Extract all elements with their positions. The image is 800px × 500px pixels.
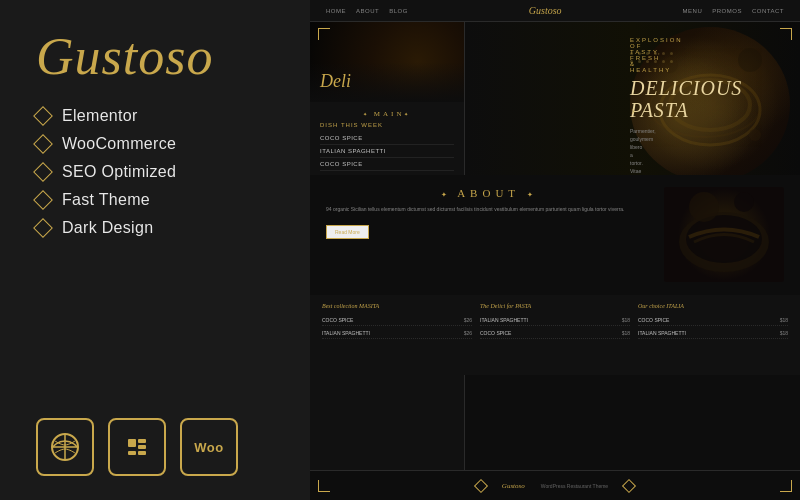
diamond-icon bbox=[33, 106, 53, 126]
about-image bbox=[664, 187, 784, 282]
menu-item: Coco Spice $18 bbox=[480, 328, 630, 339]
list-item: COCO SPICE bbox=[320, 132, 454, 145]
main-section-title: MAIN bbox=[320, 110, 454, 118]
diamond-icon bbox=[33, 134, 53, 154]
diamond-icon bbox=[33, 162, 53, 182]
preview-hero: explosion of tasty, fresh & healthy DELI… bbox=[465, 22, 800, 197]
about-food-photo bbox=[664, 187, 784, 282]
menu-item: Italian Spaghetti $18 bbox=[638, 328, 788, 339]
woocommerce-badge[interactable]: Woo bbox=[180, 418, 238, 476]
nav-left-links: HOME ABOUT BLOG bbox=[326, 8, 408, 14]
nav-contact: CONTACT bbox=[752, 8, 784, 14]
nav-blog: BLOG bbox=[389, 8, 408, 14]
about-text: ✦ ABOUT ✦ 94 organic Sicilian tellus ele… bbox=[326, 187, 652, 283]
menu-pasta-title: The Delici for PASTA bbox=[480, 303, 630, 309]
diamond-icon bbox=[33, 190, 53, 210]
brand-title: Gustoso bbox=[36, 28, 278, 85]
menu-item: Italian Spaghetti $18 bbox=[480, 315, 630, 326]
list-item: COCO SPICE bbox=[320, 158, 454, 171]
elementor-badge[interactable] bbox=[108, 418, 166, 476]
svg-point-10 bbox=[734, 192, 754, 212]
svg-point-6 bbox=[749, 129, 761, 141]
diamond-icon bbox=[33, 218, 53, 238]
about-description: 94 organic Sicilian tellus elementum dic… bbox=[326, 205, 652, 214]
nav-menu: MENU bbox=[683, 8, 703, 14]
feature-seo: SEO Optimized bbox=[36, 163, 278, 181]
mini-deli-text: Deli bbox=[320, 71, 351, 92]
about-title: ✦ ABOUT ✦ bbox=[326, 187, 652, 199]
left-panel: Gustoso Elementor WooCommerce SEO Optimi… bbox=[0, 0, 310, 500]
bottom-diamond-left bbox=[474, 478, 488, 492]
corner-bl-decoration bbox=[318, 472, 338, 492]
menu-item: Italian Spaghetti $26 bbox=[322, 328, 472, 339]
menu-col-masita: Best collection MASITA Coco Spice $26 It… bbox=[322, 303, 472, 367]
nav-promos: PROMOS bbox=[712, 8, 742, 14]
bottom-logo: Gustoso bbox=[502, 482, 525, 490]
nav-home: HOME bbox=[326, 8, 346, 14]
preview-nav: HOME ABOUT BLOG Gustoso MENU PROMOS CONT… bbox=[310, 0, 800, 22]
nav-logo: Gustoso bbox=[529, 5, 562, 16]
corner-tr-decoration bbox=[772, 28, 792, 48]
corner-tl-decoration bbox=[318, 28, 338, 48]
menu-section: Best collection MASITA Coco Spice $26 It… bbox=[310, 295, 800, 375]
bottom-diamond-right bbox=[622, 478, 636, 492]
read-more-button[interactable]: Read More bbox=[326, 225, 369, 239]
menu-col-italia: Our choice ITALIA Coco Spice $18 Italian… bbox=[638, 303, 788, 367]
feature-dark: Dark Design bbox=[36, 219, 278, 237]
feature-woocommerce: WooCommerce bbox=[36, 135, 278, 153]
elementor-icon bbox=[128, 439, 146, 455]
feature-elementor: Elementor bbox=[36, 107, 278, 125]
features-list: Elementor WooCommerce SEO Optimized Fast… bbox=[36, 107, 278, 237]
about-section: ✦ ABOUT ✦ 94 organic Sicilian tellus ele… bbox=[310, 175, 800, 295]
feature-fast: Fast Theme bbox=[36, 191, 278, 209]
menu-item: Coco Spice $26 bbox=[322, 315, 472, 326]
right-panel: HOME ABOUT BLOG Gustoso MENU PROMOS CONT… bbox=[310, 0, 800, 500]
nav-right-links: MENU PROMOS CONTACT bbox=[683, 8, 784, 14]
svg-point-9 bbox=[689, 192, 719, 222]
badge-row: Woo bbox=[36, 418, 278, 476]
nav-about: ABOUT bbox=[356, 8, 379, 14]
wordpress-badge[interactable] bbox=[36, 418, 94, 476]
svg-point-5 bbox=[738, 48, 762, 72]
bottom-strip: Gustoso WordPress Restaurant Theme bbox=[310, 470, 800, 500]
corner-br-decoration bbox=[772, 472, 792, 492]
menu-masita-title: Best collection MASITA bbox=[322, 303, 472, 309]
menu-col-pasta: The Delici for PASTA Italian Spaghetti $… bbox=[480, 303, 630, 367]
bottom-tagline: WordPress Restaurant Theme bbox=[541, 483, 608, 489]
this-week-label: DISH THIS WEEK bbox=[320, 122, 454, 128]
menu-italia-title: Our choice ITALIA bbox=[638, 303, 788, 309]
menu-item: Coco Spice $18 bbox=[638, 315, 788, 326]
hero-next-arrow[interactable]: › bbox=[631, 102, 635, 117]
list-item: ITALIAN SPAGHETTI bbox=[320, 145, 454, 158]
